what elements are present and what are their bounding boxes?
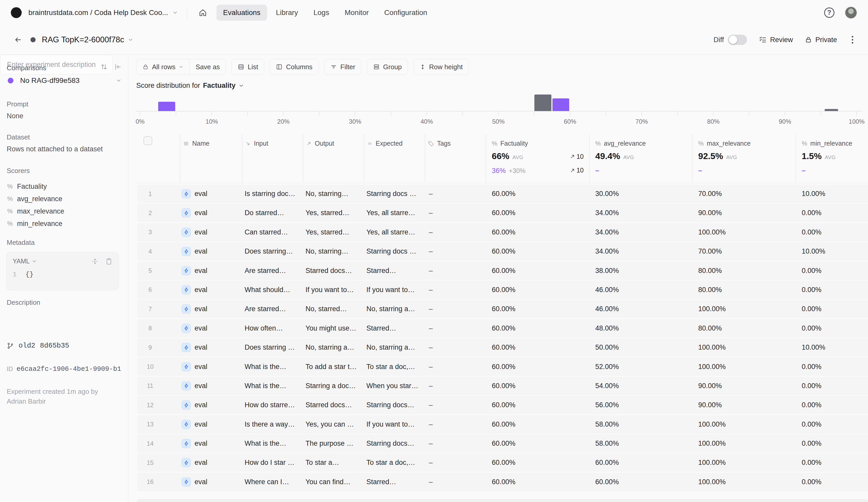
histogram-bar[interactable] [534,94,551,111]
fold-button[interactable] [91,258,99,265]
axis-label: 100% [849,118,865,125]
review-button[interactable]: Review [759,36,793,44]
sort-comparisons-button[interactable] [100,63,108,71]
comparison-value: 36% [492,167,506,175]
table-row[interactable]: 16 eval Where can I… You can find… Starr… [137,473,868,491]
avg-relevance-comparison: – [595,167,685,174]
git-ref-row[interactable]: old2 8d65b35 [7,342,69,350]
table-row[interactable]: 1 eval Is starring doc… No, starring… St… [137,185,868,203]
percent-icon: % [595,140,601,147]
filter-button[interactable]: Filter [324,59,362,75]
scorer-item-min-relevance[interactable]: % min_relevance [7,218,123,230]
row-name-cell: eval [180,362,242,371]
table-row[interactable]: 2 eval Do starred… Yes, starred… Yes, al… [137,204,868,222]
row-name: eval [195,440,207,448]
back-button[interactable] [12,33,24,46]
experiment-title[interactable]: RAG TopK=2-6000f78c [42,35,133,44]
table-row[interactable]: 8 eval How often… You might use… Starred… [137,319,868,338]
column-header-min-relevance[interactable]: % min_relevance [802,140,852,147]
all-rows-button[interactable]: All rows [136,59,189,74]
yaml-content: {} [25,271,33,278]
column-header-factuality[interactable]: % Factuality [492,140,528,147]
min-relevance-comparison: – [802,167,868,174]
axis-label: 30% [349,118,361,125]
table-body: 1 eval Is starring doc… No, starring… St… [137,185,868,491]
tab-monitor[interactable]: Monitor [338,4,375,21]
select-all-checkbox[interactable] [144,136,152,145]
histogram-bar[interactable] [825,109,838,111]
top-nav: braintrustdata.com / Coda Help Desk Coo.… [0,0,868,25]
tab-configuration[interactable]: Configuration [378,4,434,21]
column-header-name[interactable]: Name [183,140,209,147]
column-header-max-relevance[interactable]: % max_relevance [698,140,751,147]
table-row[interactable]: 14 eval What is the… The purpose … Starr… [137,434,868,453]
list-view-button[interactable]: List [231,59,264,75]
table-row[interactable]: 9 eval Does starring … No, starring a… N… [137,338,868,357]
yaml-mode-select[interactable]: YAML [13,258,37,265]
arrow-left-icon [14,36,22,44]
table-row[interactable]: 5 eval Are starred… Starred docs… Starre… [137,262,868,280]
row-factuality-cell: 60.00% [486,209,589,217]
row-max-relevance-cell: 100.00% [692,228,796,236]
histogram-bar[interactable] [158,102,175,111]
columns-icon [276,63,282,70]
column-header-expected[interactable]: Expected [367,140,403,147]
help-button[interactable]: ? [824,8,835,18]
comparison-value: – [802,167,806,174]
table-row[interactable]: 15 eval How do I star … To star a… To st… [137,453,868,472]
table-row[interactable]: 12 eval How do starre… Starred docs… Sta… [137,396,868,414]
table-row[interactable]: 13 eval Is there a way… Yes, you can … I… [137,415,868,434]
row-max-relevance-cell: 80.00% [692,324,796,332]
avatar[interactable] [845,7,857,19]
histogram-bar[interactable] [552,98,569,111]
table-row[interactable]: 6 eval What should… If you want to… If y… [137,281,868,299]
trend-indicator[interactable]: 10 [570,153,583,160]
table-row[interactable]: 11 eval What is the… Starring a doc… Whe… [137,377,868,395]
column-divider [425,134,425,183]
tab-library[interactable]: Library [269,4,305,21]
columns-button[interactable]: Columns [270,59,319,75]
divider [187,7,187,19]
score-distribution-selector[interactable]: Score distribution for Factuality [136,82,244,90]
row-name-cell: eval [180,285,242,294]
more-menu-button[interactable] [849,34,856,45]
column-header-output[interactable]: Output [306,140,334,147]
row-avg-relevance-cell: 30.00% [589,190,692,198]
row-number: 11 [141,382,160,389]
row-input-cell: Is there a way… [242,420,303,429]
diff-toggle[interactable] [728,34,747,45]
row-name: eval [195,305,207,313]
tab-logs[interactable]: Logs [307,4,336,21]
private-button[interactable]: Private [805,36,837,44]
line-number: 1 [13,271,17,278]
scorer-item-max-relevance[interactable]: % max_relevance [7,205,123,218]
scorer-item-avg-relevance[interactable]: % avg_relevance [7,193,123,205]
scorer-item-factuality[interactable]: % Factuality [7,180,123,193]
save-as-button[interactable]: Save as [189,59,226,74]
table-row[interactable]: 10 eval What is the… To add a star t… To… [137,358,868,376]
row-height-button[interactable]: Row height [413,59,469,75]
breadcrumb[interactable]: braintrustdata.com / Coda Help Desk Coo.… [28,9,178,17]
column-header-tags[interactable]: Tags [428,140,451,147]
table-row[interactable]: 7 eval Are starred… No, starred… No, sta… [137,300,868,318]
experiment-id-row[interactable]: ID e6caa2fc-1906-4be1-9909-b15… [7,365,122,373]
table-row[interactable]: 4 eval Does starring… No, starring… Star… [137,242,868,261]
yaml-editor-line[interactable]: 1 {} [13,271,113,278]
group-button[interactable]: Group [367,59,408,75]
row-name: eval [195,248,207,255]
home-button[interactable] [196,6,210,20]
table-row[interactable]: 3 eval Can starred… Yes, starred… Yes, a… [137,223,868,241]
row-tags-cell: – [425,190,486,198]
trend-indicator[interactable]: 10 [570,167,583,174]
column-header-input[interactable]: Input [245,140,268,147]
row-expected-cell: Starred… [364,267,425,275]
main-content: All rows Save as List Columns [128,55,868,502]
collapse-sidebar-button[interactable] [114,63,122,71]
column-label: Expected [376,140,403,147]
comparison-item[interactable]: No RAG-df99e583 [8,77,122,85]
axis-tick [641,112,642,116]
tab-evaluations[interactable]: Evaluations [217,4,267,21]
axis-tick [785,112,785,116]
copy-button[interactable] [105,258,113,265]
column-header-avg-relevance[interactable]: % avg_relevance [595,140,646,147]
